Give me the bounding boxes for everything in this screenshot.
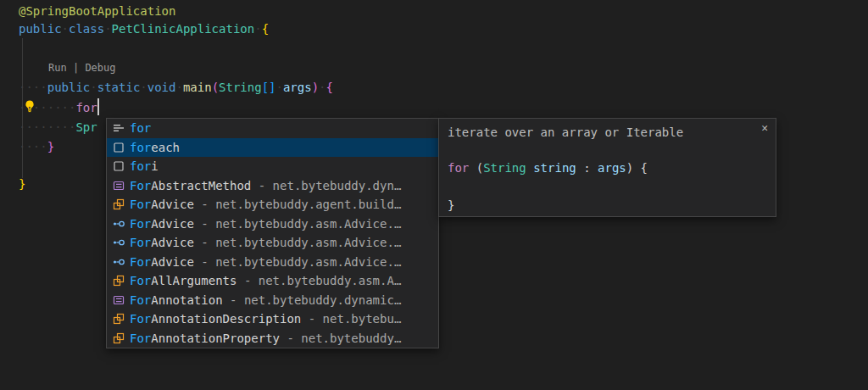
code-token: for xyxy=(75,101,97,114)
suggestion-detail: - net.bytebuddy… xyxy=(280,332,401,345)
code-token: static xyxy=(97,81,141,94)
code-token: String xyxy=(483,161,526,175)
suggestion-item[interactable]: ForAbstractMethod - net.bytebuddy.dyn… xyxy=(107,176,438,196)
codelens-run-link[interactable]: Run xyxy=(48,62,67,74)
code-token: main xyxy=(183,81,212,94)
suggestion-rest: each xyxy=(151,141,180,154)
suggestion-label: ForAdvice xyxy=(130,217,194,231)
editor-surface[interactable]: Run | Debug @SpringBootApplicationpublic… xyxy=(0,0,868,390)
suggestion-match: For xyxy=(130,274,151,287)
code-token: class xyxy=(69,22,104,36)
enum-icon xyxy=(112,179,125,192)
suggestion-match: for xyxy=(130,159,151,173)
suggestion-item[interactable]: ForAdvice - net.bytebuddy.asm.Advice.… xyxy=(107,214,438,234)
suggestion-item[interactable]: fori xyxy=(107,157,438,176)
keyword-icon xyxy=(112,121,125,135)
code-token: } xyxy=(448,198,454,212)
suggestion-rest: Advice xyxy=(151,236,194,249)
class-icon xyxy=(112,312,125,326)
code-token: · xyxy=(319,81,326,94)
code-token: public xyxy=(47,81,91,94)
code-token: void xyxy=(147,81,176,94)
suggestion-item[interactable]: for xyxy=(107,119,438,138)
code-token: ( xyxy=(469,161,483,175)
code-token: · xyxy=(254,22,261,36)
code-token: · xyxy=(90,81,97,94)
suggestion-match: For xyxy=(130,332,151,345)
code-line[interactable]: public·class·PetClinicApplication·{ xyxy=(19,20,269,37)
code-token: PetClinicApplication xyxy=(112,22,255,36)
code-token: args xyxy=(283,81,312,94)
close-icon[interactable]: ✕ xyxy=(761,121,768,134)
suggest-docs-popup: iterate over an array or Iterable ✕ for … xyxy=(438,118,776,217)
suggestion-item[interactable]: ForAnnotationProperty - net.bytebuddy… xyxy=(107,329,438,348)
suggestion-label: ForAbstractMethod xyxy=(130,179,251,192)
code-token: ) { xyxy=(626,161,648,175)
code-line[interactable]: } xyxy=(19,176,25,192)
code-token: String xyxy=(219,81,262,94)
suggestion-match: For xyxy=(130,179,151,192)
code-token: · xyxy=(175,81,182,94)
suggestion-match: For xyxy=(130,255,151,269)
suggestion-item[interactable]: ForAdvice - net.bytebuddy.asm.Advice.… xyxy=(107,233,438,253)
suggestion-match: For xyxy=(130,293,151,307)
suggestion-match: For xyxy=(130,312,151,326)
interface-icon xyxy=(112,217,125,231)
code-token: { xyxy=(326,81,333,94)
codelens: Run | Debug xyxy=(48,61,116,75)
codelens-debug-link[interactable]: Debug xyxy=(85,62,115,74)
snippet-icon xyxy=(112,159,125,173)
code-line[interactable]: @SpringBootApplication xyxy=(19,3,175,20)
code-token: : xyxy=(576,161,598,175)
code-token: } xyxy=(47,140,54,153)
code-token: · xyxy=(140,81,147,94)
code-token: ········ xyxy=(19,120,75,134)
suggestion-rest: Advice xyxy=(151,217,194,231)
suggest-widget: forforeachforiForAbstractMethod - net.by… xyxy=(106,118,439,348)
codelens-separator: | xyxy=(67,62,86,74)
suggestion-label: ForAdvice xyxy=(130,236,194,249)
code-line[interactable]: ········Spr xyxy=(19,119,97,136)
code-line[interactable]: ········for xyxy=(19,99,97,116)
code-line[interactable]: ····public·static·void·main(String[]·arg… xyxy=(19,79,333,96)
suggestion-label: ForAnnotationDescription xyxy=(130,312,301,326)
suggestion-match: For xyxy=(130,198,151,211)
suggestion-rest: AnnotationProperty xyxy=(151,332,280,345)
suggestion-match: for xyxy=(130,141,151,154)
enum-icon xyxy=(112,293,125,307)
code-token xyxy=(526,161,533,175)
suggestion-item[interactable]: ForAnnotationDescription - net.bytebu… xyxy=(107,309,438,329)
suggestion-item[interactable]: ForAllArguments - net.bytebuddy.asm.A… xyxy=(107,271,438,291)
suggestion-detail: - net.bytebuddy.dyn… xyxy=(251,179,401,192)
code-token: } xyxy=(19,177,25,191)
suggestion-label: ForAllArguments xyxy=(130,274,236,287)
class-icon xyxy=(112,274,125,287)
suggestion-label: ForAdvice xyxy=(130,198,194,211)
code-token: { xyxy=(262,22,269,36)
suggestion-item[interactable]: ForAdvice - net.bytebuddy.asm.Advice.… xyxy=(107,253,438,272)
suggestion-rest: Advice xyxy=(151,198,194,211)
code-token: ) xyxy=(312,81,319,94)
doc-summary: iterate over an array or Iterable xyxy=(448,125,683,139)
suggestion-label: fori xyxy=(130,159,159,173)
code-token: · xyxy=(62,22,69,36)
suggestion-item[interactable]: ForAdvice - net.bytebuddy.agent.build… xyxy=(107,195,438,214)
class-icon xyxy=(112,198,125,211)
suggestion-detail: - net.bytebuddy.agent.build… xyxy=(194,198,401,211)
code-line[interactable]: ····} xyxy=(19,138,54,155)
code-token: string xyxy=(533,161,576,175)
suggestion-rest: i xyxy=(151,159,158,173)
suggestion-rest: AbstractMethod xyxy=(151,179,251,192)
code-token: @SpringBootApplication xyxy=(19,4,175,18)
code-token: [] xyxy=(262,81,276,94)
suggestion-detail: - net.bytebuddy.asm.A… xyxy=(236,274,401,287)
suggestion-rest: Annotation xyxy=(151,293,222,307)
code-token: ( xyxy=(212,81,219,94)
suggestion-label: ForAnnotation xyxy=(130,293,223,307)
code-token: ···· xyxy=(19,140,47,153)
suggestion-item[interactable]: foreach xyxy=(107,138,438,158)
suggestion-item[interactable]: ForAnnotation - net.bytebuddy.dynamic… xyxy=(107,291,438,310)
suggestion-detail: - net.bytebuddy.dynamic… xyxy=(223,293,402,307)
code-token: public xyxy=(19,22,62,36)
suggestion-label: for xyxy=(130,121,151,135)
